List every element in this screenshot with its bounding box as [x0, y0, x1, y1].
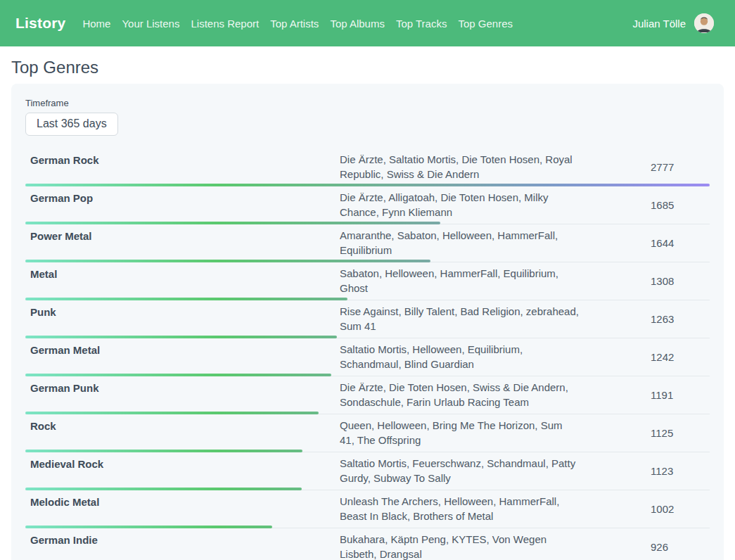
- table-row: Rock Queen, Helloween, Bring Me The Hori…: [25, 414, 710, 452]
- nav-item-top-artists[interactable]: Top Artists: [270, 18, 319, 30]
- user-avatar-icon[interactable]: [694, 13, 714, 33]
- genre-name: Punk: [25, 304, 340, 318]
- table-row: German Indie Bukahara, Käptn Peng, KYTES…: [25, 528, 710, 560]
- genre-name: Rock: [25, 418, 340, 432]
- genre-count: 926: [648, 541, 710, 553]
- timeframe-select[interactable]: Last 365 days: [25, 113, 118, 136]
- genre-name: German Punk: [25, 380, 340, 394]
- table-row: Power Metal Amaranthe, Sabaton, Hellowee…: [25, 224, 710, 262]
- main-content: Top Genres Timeframe Last 365 days Germa…: [0, 58, 735, 560]
- genre-name: German Metal: [25, 342, 340, 356]
- genre-artists: Queen, Helloween, Bring Me The Horizon, …: [340, 418, 579, 447]
- table-row: German Pop Die Ärzte, Alligatoah, Die To…: [25, 186, 710, 224]
- nav-item-home[interactable]: Home: [82, 18, 110, 30]
- table-row: Punk Rise Against, Billy Talent, Bad Rel…: [25, 300, 710, 338]
- genre-count: 1125: [648, 427, 710, 439]
- genres-table: German Rock Die Ärzte, Saltatio Mortis, …: [25, 148, 710, 560]
- genre-count: 2777: [648, 161, 710, 173]
- table-row: German Rock Die Ärzte, Saltatio Mortis, …: [25, 148, 710, 186]
- table-row: German Metal Saltatio Mortis, Helloween,…: [25, 338, 710, 376]
- genre-count: 1685: [648, 199, 710, 211]
- nav-item-top-tracks[interactable]: Top Tracks: [396, 18, 447, 30]
- brand-logo[interactable]: Listory: [15, 15, 65, 32]
- user-menu[interactable]: Julian Tölle: [632, 13, 714, 33]
- genre-artists: Saltatio Mortis, Feuerschwanz, Schandmau…: [340, 456, 579, 485]
- genre-count: 1191: [648, 389, 710, 401]
- genre-artists: Sabaton, Helloween, HammerFall, Equilibr…: [340, 266, 579, 295]
- genre-artists: Saltatio Mortis, Helloween, Equilibrium,…: [340, 342, 579, 371]
- nav-item-your-listens[interactable]: Your Listens: [122, 18, 179, 30]
- page-title: Top Genres: [11, 58, 724, 77]
- genre-artists: Unleash The Archers, Helloween, HammerFa…: [340, 494, 579, 523]
- table-row: Metal Sabaton, Helloween, HammerFall, Eq…: [25, 262, 710, 300]
- genre-artists: Bukahara, Käptn Peng, KYTES, Von Wegen L…: [340, 532, 579, 560]
- genre-name: German Rock: [25, 152, 340, 166]
- table-row: German Punk Die Ärzte, Die Toten Hosen, …: [25, 376, 710, 414]
- genre-name: Metal: [25, 266, 340, 280]
- genre-count: 1263: [648, 313, 710, 325]
- navbar: Listory HomeYour ListensListens ReportTo…: [0, 0, 735, 46]
- genre-count: 1308: [648, 275, 710, 287]
- genre-name: Melodic Metal: [25, 494, 340, 508]
- genre-count: 1242: [648, 351, 710, 363]
- genre-artists: Die Ärzte, Alligatoah, Die Toten Hosen, …: [340, 190, 579, 219]
- table-row: Melodic Metal Unleash The Archers, Hello…: [25, 490, 710, 528]
- table-row: Medieval Rock Saltatio Mortis, Feuerschw…: [25, 452, 710, 490]
- genre-artists: Die Ärzte, Saltatio Mortis, Die Toten Ho…: [340, 152, 579, 182]
- genre-name: German Pop: [25, 190, 340, 204]
- nav-item-top-genres[interactable]: Top Genres: [458, 18, 513, 30]
- top-genres-card: Timeframe Last 365 days German Rock Die …: [11, 84, 724, 560]
- genre-name: Power Metal: [25, 228, 340, 242]
- nav-menu: HomeYour ListensListens ReportTop Artist…: [82, 18, 513, 30]
- timeframe-label: Timeframe: [25, 98, 710, 108]
- nav-item-listens-report[interactable]: Listens Report: [191, 18, 259, 30]
- genre-count: 1644: [648, 237, 710, 249]
- genre-name: German Indie: [25, 532, 340, 546]
- genre-artists: Rise Against, Billy Talent, Bad Religion…: [340, 304, 579, 333]
- genre-count: 1002: [648, 503, 710, 515]
- user-name: Julian Tölle: [632, 18, 686, 30]
- genre-artists: Amaranthe, Sabaton, Helloween, HammerFal…: [340, 228, 579, 257]
- genre-count: 1123: [648, 465, 710, 477]
- nav-item-top-albums[interactable]: Top Albums: [330, 18, 385, 30]
- genre-name: Medieval Rock: [25, 456, 340, 470]
- genre-artists: Die Ärzte, Die Toten Hosen, Swiss & Die …: [340, 380, 579, 409]
